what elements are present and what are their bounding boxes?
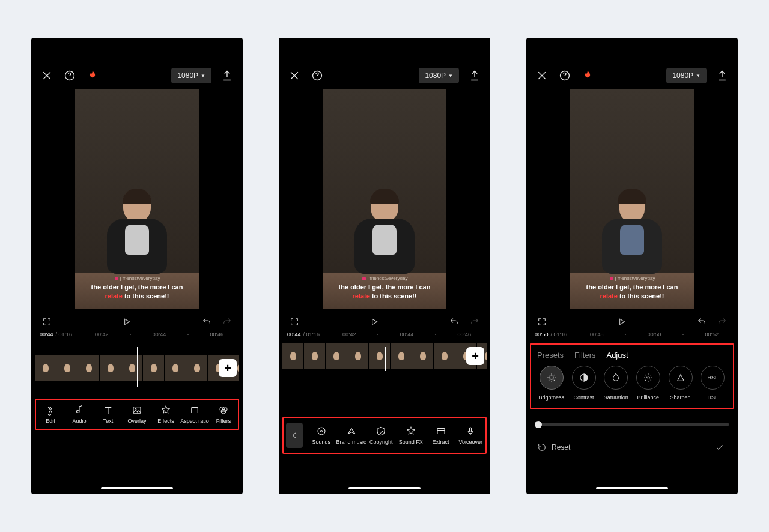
close-icon[interactable] bbox=[40, 68, 54, 83]
flame-icon[interactable] bbox=[333, 68, 347, 83]
confirm-icon[interactable] bbox=[713, 440, 727, 455]
redo-icon[interactable] bbox=[467, 315, 482, 329]
tool-voiceover[interactable]: Voiceover bbox=[455, 426, 485, 445]
fullscreen-icon[interactable] bbox=[535, 315, 549, 329]
play-icon[interactable] bbox=[615, 315, 629, 329]
svg-point-16 bbox=[550, 376, 553, 379]
tool-text[interactable]: Text bbox=[94, 405, 123, 424]
adjust-panel: Presets Filters Adjust Brightness Contra… bbox=[530, 343, 734, 409]
adjust-slider[interactable] bbox=[535, 423, 729, 426]
caption-overlay: the older I get, the more I can relate t… bbox=[75, 283, 199, 300]
fullscreen-icon[interactable] bbox=[287, 315, 302, 329]
tab-adjust[interactable]: Adjust bbox=[606, 351, 628, 360]
add-clip-button[interactable]: + bbox=[466, 347, 484, 365]
redo-icon[interactable] bbox=[715, 315, 729, 329]
timecode-row: 00:50 / 01:16 00:48 00:50 00:52 bbox=[526, 331, 738, 341]
adjust-tabs: Presets Filters Adjust bbox=[536, 349, 728, 366]
home-indicator bbox=[348, 487, 421, 489]
tool-sounds[interactable]: Sounds bbox=[306, 426, 336, 445]
redo-icon[interactable] bbox=[220, 315, 234, 329]
watermark: |friendstveveryday bbox=[570, 276, 694, 281]
sharpen-icon bbox=[669, 366, 693, 390]
svg-rect-1 bbox=[115, 277, 118, 280]
player-controls bbox=[279, 309, 490, 331]
export-icon[interactable] bbox=[467, 68, 482, 83]
video-preview[interactable]: |friendstveveryday the older I get, the … bbox=[75, 89, 199, 309]
caption-overlay: the older I get, the more I can relate t… bbox=[323, 283, 446, 300]
svg-point-18 bbox=[647, 376, 650, 379]
svg-rect-9 bbox=[362, 277, 366, 280]
timecode-row: 00:44 / 01:16 00:42 00:44 00:46 bbox=[31, 331, 243, 341]
reset-row: Reset bbox=[526, 426, 738, 461]
undo-icon[interactable] bbox=[695, 315, 709, 329]
close-icon[interactable] bbox=[535, 68, 549, 83]
svg-rect-15 bbox=[610, 277, 613, 280]
help-icon[interactable] bbox=[62, 68, 77, 83]
svg-point-10 bbox=[318, 428, 325, 435]
adjust-contrast[interactable]: Contrast bbox=[568, 366, 600, 401]
adjust-saturation[interactable]: Saturation bbox=[600, 366, 631, 401]
play-icon[interactable] bbox=[367, 315, 381, 329]
reset-label[interactable]: Reset bbox=[552, 443, 570, 452]
chevron-down-icon: ▼ bbox=[201, 73, 205, 79]
svg-rect-4 bbox=[192, 408, 198, 413]
timeline[interactable]: + bbox=[35, 343, 239, 387]
undo-icon[interactable] bbox=[447, 315, 461, 329]
flame-icon[interactable] bbox=[580, 68, 595, 83]
timecode-row: 00:44 / 01:16 00:42 00:44 00:46 bbox=[279, 331, 490, 341]
svg-rect-2 bbox=[133, 407, 141, 414]
home-indicator bbox=[101, 487, 173, 489]
tool-edit[interactable]: Edit bbox=[36, 405, 65, 424]
help-icon[interactable] bbox=[558, 68, 572, 83]
hsl-icon: HSL bbox=[701, 366, 725, 390]
top-bar: 1080P▼ bbox=[279, 38, 490, 89]
svg-point-11 bbox=[320, 431, 322, 432]
tool-overlay[interactable]: Overlay bbox=[123, 405, 151, 424]
undo-icon[interactable] bbox=[199, 315, 214, 329]
resolution-dropdown[interactable]: 1080P▼ bbox=[666, 68, 707, 83]
timeline[interactable]: + bbox=[282, 343, 487, 371]
saturation-icon bbox=[604, 366, 628, 390]
tool-filters[interactable]: Filters bbox=[209, 405, 238, 424]
top-bar: 1080P▼ bbox=[526, 38, 738, 89]
contrast-icon bbox=[572, 366, 596, 390]
svg-rect-13 bbox=[470, 428, 472, 432]
tool-aspect-ratio[interactable]: Aspect ratio bbox=[180, 405, 209, 424]
top-bar: 1080P ▼ bbox=[31, 38, 243, 89]
watermark: |friendstveveryday bbox=[75, 276, 199, 281]
tab-presets[interactable]: Presets bbox=[537, 351, 564, 360]
video-preview[interactable]: |friendstveveryday the older I get, the … bbox=[323, 89, 446, 309]
export-icon[interactable] bbox=[220, 68, 234, 83]
flame-icon[interactable] bbox=[85, 68, 100, 83]
add-clip-button[interactable]: + bbox=[219, 359, 237, 377]
time-current: 00:44 bbox=[40, 331, 53, 337]
tool-audio[interactable]: Audio bbox=[65, 405, 94, 424]
caption-overlay: the older I get, the more I can relate t… bbox=[570, 283, 694, 300]
tool-copyright[interactable]: Copyright bbox=[366, 426, 396, 445]
adjust-hsl[interactable]: HSL HSL bbox=[697, 366, 728, 401]
resolution-dropdown[interactable]: 1080P▼ bbox=[419, 68, 459, 83]
player-controls bbox=[526, 309, 738, 331]
fullscreen-icon[interactable] bbox=[40, 315, 54, 329]
adjust-brilliance[interactable]: Brilliance bbox=[633, 366, 664, 401]
export-icon[interactable] bbox=[715, 68, 729, 83]
reset-icon[interactable] bbox=[537, 443, 547, 452]
tool-extract[interactable]: Extract bbox=[426, 426, 456, 445]
tool-effects[interactable]: Effects bbox=[151, 405, 180, 424]
tab-filters[interactable]: Filters bbox=[574, 351, 595, 360]
player-controls bbox=[31, 309, 243, 331]
phone-screen-1: 1080P ▼ |friendstveveryday the older I g… bbox=[31, 38, 243, 494]
resolution-dropdown[interactable]: 1080P ▼ bbox=[171, 68, 211, 83]
adjust-sharpen[interactable]: Sharpen bbox=[665, 366, 696, 401]
tool-brand-music[interactable]: Brand music bbox=[336, 426, 366, 445]
close-icon[interactable] bbox=[287, 68, 302, 83]
phone-screen-3: 1080P▼ |friendstveveryday the older I ge… bbox=[526, 38, 738, 494]
help-icon[interactable] bbox=[310, 68, 324, 83]
tool-sound-fx[interactable]: Sound FX bbox=[396, 426, 426, 445]
back-button[interactable] bbox=[286, 423, 303, 448]
adjust-brightness[interactable]: Brightness bbox=[536, 366, 567, 401]
home-indicator bbox=[596, 487, 668, 489]
slider-thumb[interactable] bbox=[535, 421, 542, 428]
play-icon[interactable] bbox=[120, 315, 134, 329]
video-preview[interactable]: |friendstveveryday the older I get, the … bbox=[570, 89, 694, 309]
